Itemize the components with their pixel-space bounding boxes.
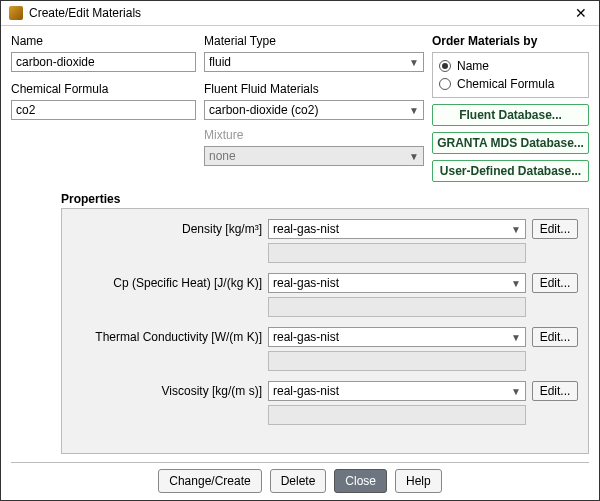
name-label: Name	[11, 34, 196, 48]
chevron-down-icon: ▼	[511, 278, 521, 289]
cp-value-input	[268, 297, 526, 317]
thermal-value: real-gas-nist	[273, 330, 339, 344]
properties-title: Properties	[61, 192, 589, 206]
help-button[interactable]: Help	[395, 469, 442, 493]
fluid-materials-value: carbon-dioxide (co2)	[209, 103, 318, 117]
thermal-label: Thermal Conductivity [W/(m K)]	[72, 330, 262, 344]
chevron-down-icon: ▼	[511, 224, 521, 235]
radio-icon	[439, 60, 451, 72]
density-value-input	[268, 243, 526, 263]
chevron-down-icon: ▼	[511, 386, 521, 397]
titlebar: Create/Edit Materials ✕	[1, 1, 599, 26]
formula-input[interactable]	[11, 100, 196, 120]
cp-value: real-gas-nist	[273, 276, 339, 290]
density-select[interactable]: real-gas-nist ▼	[268, 219, 526, 239]
chevron-down-icon: ▼	[409, 57, 419, 68]
mixture-select: none ▼	[204, 146, 424, 166]
density-edit-button[interactable]: Edit...	[532, 219, 578, 239]
mixture-label: Mixture	[204, 128, 424, 142]
radio-formula-label: Chemical Formula	[457, 77, 554, 91]
properties-panel: Density [kg/m³] real-gas-nist ▼ Edit... …	[61, 208, 589, 454]
close-button[interactable]: Close	[334, 469, 387, 493]
radio-name-label: Name	[457, 59, 489, 73]
chevron-down-icon: ▼	[511, 332, 521, 343]
cp-edit-button[interactable]: Edit...	[532, 273, 578, 293]
change-create-button[interactable]: Change/Create	[158, 469, 261, 493]
fluid-materials-select[interactable]: carbon-dioxide (co2) ▼	[204, 100, 424, 120]
radio-formula-row[interactable]: Chemical Formula	[439, 77, 582, 91]
thermal-select[interactable]: real-gas-nist ▼	[268, 327, 526, 347]
mixture-value: none	[209, 149, 236, 163]
radio-name-row[interactable]: Name	[439, 59, 582, 73]
divider	[11, 462, 589, 463]
window-title: Create/Edit Materials	[29, 6, 571, 20]
material-type-label: Material Type	[204, 34, 424, 48]
viscosity-label: Viscosity [kg/(m s)]	[72, 384, 262, 398]
fluid-materials-label: Fluent Fluid Materials	[204, 82, 424, 96]
viscosity-select[interactable]: real-gas-nist ▼	[268, 381, 526, 401]
name-input[interactable]	[11, 52, 196, 72]
granta-database-button[interactable]: GRANTA MDS Database...	[432, 132, 589, 154]
chevron-down-icon: ▼	[409, 105, 419, 116]
app-icon	[9, 6, 23, 20]
cp-select[interactable]: real-gas-nist ▼	[268, 273, 526, 293]
thermal-edit-button[interactable]: Edit...	[532, 327, 578, 347]
viscosity-value: real-gas-nist	[273, 384, 339, 398]
cp-label: Cp (Specific Heat) [J/(kg K)]	[72, 276, 262, 290]
chevron-down-icon: ▼	[409, 151, 419, 162]
order-by-group: Name Chemical Formula	[432, 52, 589, 98]
user-database-button[interactable]: User-Defined Database...	[432, 160, 589, 182]
material-type-value: fluid	[209, 55, 231, 69]
footer-buttons: Change/Create Delete Close Help	[1, 469, 599, 501]
delete-button[interactable]: Delete	[270, 469, 327, 493]
formula-label: Chemical Formula	[11, 82, 196, 96]
density-label: Density [kg/m³]	[72, 222, 262, 236]
fluent-database-button[interactable]: Fluent Database...	[432, 104, 589, 126]
thermal-value-input	[268, 351, 526, 371]
density-value: real-gas-nist	[273, 222, 339, 236]
order-by-label: Order Materials by	[432, 34, 589, 48]
radio-icon	[439, 78, 451, 90]
viscosity-edit-button[interactable]: Edit...	[532, 381, 578, 401]
viscosity-value-input	[268, 405, 526, 425]
close-icon[interactable]: ✕	[571, 5, 591, 21]
materials-dialog: Create/Edit Materials ✕ Name Chemical Fo…	[0, 0, 600, 501]
material-type-select[interactable]: fluid ▼	[204, 52, 424, 72]
